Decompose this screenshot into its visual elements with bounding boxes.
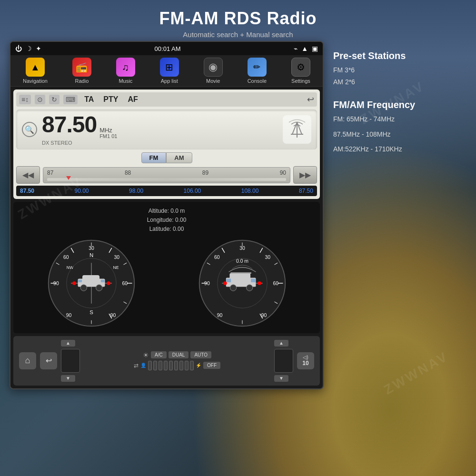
tuner-row: ◀◀ 87 88 89 90 ▶▶ bbox=[16, 166, 317, 184]
back-nav-button[interactable]: ↩ bbox=[40, 352, 57, 369]
svg-text:90: 90 bbox=[204, 280, 210, 286]
page-title: FM-AM RDS Radio bbox=[159, 9, 317, 29]
wifi-icon: ▲ bbox=[301, 45, 308, 52]
frequency-display: 🔍 87.50 MHz FM1 01 DX STEREO bbox=[16, 109, 317, 149]
ta-button[interactable]: TA bbox=[81, 94, 97, 105]
nav-label-settings: Settings bbox=[291, 78, 310, 84]
svg-text:30: 30 bbox=[89, 245, 94, 250]
nav-item-applist[interactable]: ⊞ App list bbox=[160, 58, 179, 84]
vent-controls bbox=[148, 361, 194, 370]
back-button[interactable]: ↩ bbox=[307, 94, 314, 105]
vent-8 bbox=[185, 361, 188, 370]
preset-6[interactable]: 87.50 bbox=[297, 187, 315, 195]
fm-range2: 87.5MHz - 108MHz bbox=[333, 129, 466, 140]
tuner-scale[interactable]: 87 88 89 90 bbox=[43, 167, 290, 183]
speedometer-right: 90 60 30 30 60 90 90 0.0 m bbox=[197, 238, 288, 328]
preset-1[interactable]: 87.50 bbox=[18, 187, 36, 195]
off-button[interactable]: OFF bbox=[203, 362, 220, 369]
nav-item-radio[interactable]: 📻 Radio bbox=[72, 58, 91, 84]
freq-info: FM1 01 bbox=[99, 133, 117, 139]
fm-button[interactable]: FM bbox=[141, 152, 167, 163]
svg-text:30: 30 bbox=[114, 254, 119, 259]
svg-rect-62 bbox=[226, 278, 231, 282]
pty-button[interactable]: PTY bbox=[100, 94, 121, 105]
frequency-value: 87.50 bbox=[42, 113, 97, 136]
svg-text:90: 90 bbox=[110, 313, 116, 318]
svg-rect-63 bbox=[251, 278, 256, 282]
preset-3[interactable]: 98.00 bbox=[127, 187, 145, 195]
temp-right-display bbox=[274, 349, 293, 373]
vent-6 bbox=[174, 361, 178, 370]
vent-2 bbox=[153, 361, 157, 370]
keyboard-icon[interactable]: ⌨ bbox=[63, 95, 78, 104]
temp-right-up[interactable]: ▲ bbox=[274, 340, 288, 347]
nav-item-settings[interactable]: ⚙ Settings bbox=[291, 58, 310, 84]
mark-89: 89 bbox=[202, 169, 208, 176]
speedometer-left: 90 60 30 30 60 90 90 N bbox=[46, 238, 137, 328]
vent-1 bbox=[148, 361, 152, 370]
climate-center-controls: ☀ A/C DUAL AUTO ⇄ 👤 bbox=[84, 351, 270, 370]
nav-item-navigation[interactable]: ▲ Navigation bbox=[23, 58, 48, 84]
svg-line-1 bbox=[297, 122, 302, 134]
mark-88: 88 bbox=[125, 169, 131, 176]
usb-icon: ⌁ bbox=[294, 45, 298, 52]
status-right-icons: ⌁ ▲ ▣ bbox=[294, 45, 318, 52]
preset-fm: FM 3*6 bbox=[333, 64, 466, 76]
mark-90: 90 bbox=[280, 169, 286, 176]
dual-button[interactable]: DUAL bbox=[169, 351, 189, 358]
svg-point-36 bbox=[107, 281, 110, 285]
svg-text:60: 60 bbox=[122, 280, 128, 286]
preset-am: AM 2*6 bbox=[333, 76, 466, 88]
title-area: FM-AM RDS Radio Automatic search + Manua… bbox=[159, 0, 317, 41]
tune-forward-button[interactable]: ▶▶ bbox=[293, 166, 317, 184]
svg-text:60: 60 bbox=[63, 254, 69, 259]
ac-button[interactable]: A/C bbox=[151, 351, 167, 358]
record-icon[interactable]: ⊙ bbox=[35, 95, 45, 104]
svg-text:90: 90 bbox=[53, 280, 59, 286]
dx-stereo: DX STEREO bbox=[42, 140, 117, 146]
auto-button[interactable]: AUTO bbox=[190, 351, 211, 358]
svg-text:90: 90 bbox=[66, 313, 71, 318]
vent-3 bbox=[159, 361, 162, 370]
home-button[interactable]: ⌂ bbox=[19, 352, 36, 369]
applist-icon: ⊞ bbox=[160, 58, 179, 77]
volume-button[interactable]: ◁) 10 bbox=[297, 352, 314, 369]
svg-point-60 bbox=[230, 284, 236, 290]
temp-left-down[interactable]: ▼ bbox=[61, 375, 75, 382]
af-button[interactable]: AF bbox=[125, 94, 140, 105]
svg-rect-33 bbox=[78, 279, 82, 282]
am-range: AM:522KHz - 1710KHz bbox=[333, 143, 466, 155]
nav-item-console[interactable]: ✏ Console bbox=[248, 58, 267, 84]
svg-point-65 bbox=[223, 281, 227, 285]
music-icon: ♫ bbox=[116, 58, 135, 77]
equalizer-icon[interactable]: ≡↕ bbox=[19, 95, 31, 104]
radio-toolbar: ≡↕ ⊙ ↻ ⌨ TA PTY AF ↩ bbox=[16, 92, 317, 107]
preset-4[interactable]: 106.00 bbox=[182, 187, 203, 195]
nav-item-movie[interactable]: ◉ Movie bbox=[204, 58, 223, 84]
temp-left-up[interactable]: ▲ bbox=[61, 340, 75, 347]
loop-icon[interactable]: ↻ bbox=[49, 95, 60, 104]
temp-right-controls: ▲ ▼ bbox=[274, 340, 293, 382]
tuner-marks: 87 88 89 90 bbox=[47, 169, 286, 176]
vent-4 bbox=[164, 361, 168, 370]
tune-backward-button[interactable]: ◀◀ bbox=[16, 166, 40, 184]
console-icon: ✏ bbox=[248, 58, 267, 77]
svg-text:NE: NE bbox=[113, 265, 119, 269]
frequency-section: FM/AM Frequency FM: 65MHz - 74MHz 87.5MH… bbox=[333, 99, 466, 155]
preset-2[interactable]: 90.00 bbox=[73, 187, 91, 195]
speedometers: 90 60 30 30 60 90 90 N bbox=[18, 238, 315, 328]
temp-right-down[interactable]: ▼ bbox=[274, 375, 288, 382]
fm-range1: FM: 65MHz - 74MHz bbox=[333, 113, 466, 125]
svg-rect-34 bbox=[100, 279, 104, 282]
nav-item-music[interactable]: ♫ Music bbox=[116, 58, 135, 84]
settings-icon: ⚙ bbox=[291, 58, 310, 77]
nav-label-music: Music bbox=[119, 78, 132, 84]
search-button[interactable]: 🔍 bbox=[22, 122, 37, 137]
climate-bar: ⌂ ↩ ▲ ▼ ☀ A/C DUAL AUTO bbox=[13, 336, 320, 386]
svg-text:90: 90 bbox=[261, 313, 267, 318]
svg-rect-59 bbox=[229, 273, 250, 279]
preset-5[interactable]: 108.00 bbox=[239, 187, 261, 195]
am-button[interactable]: AM bbox=[166, 152, 192, 163]
temp-left-display bbox=[61, 349, 80, 373]
svg-text:60: 60 bbox=[273, 280, 278, 286]
